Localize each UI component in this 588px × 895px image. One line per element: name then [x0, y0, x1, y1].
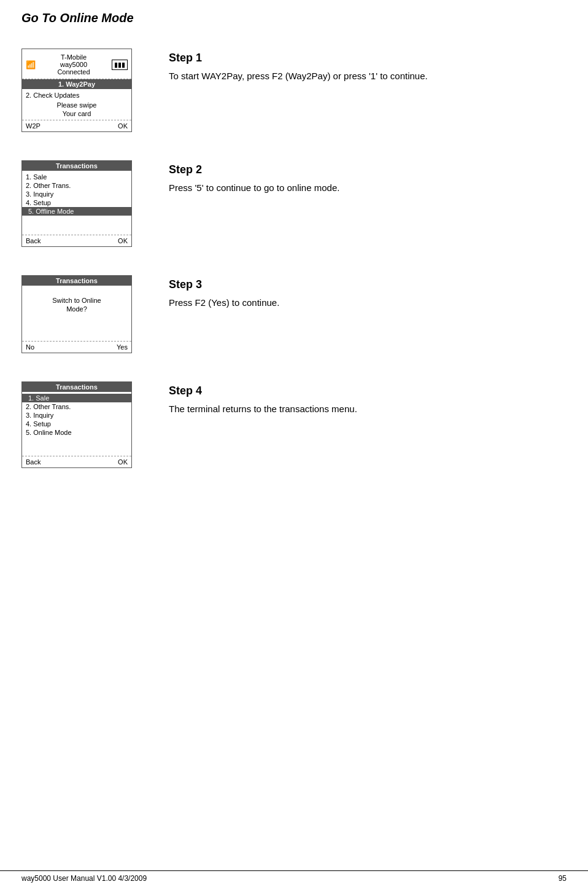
carrier-info: T-Mobile way5000 Connected	[57, 52, 90, 77]
device-title-3: Transactions	[22, 276, 131, 286]
list-item	[26, 224, 128, 233]
step-1-label: Step 1	[169, 52, 588, 64]
step-4-text: Step 4 The terminal returns to the trans…	[169, 381, 588, 416]
device-screen-3: Transactions Switch to Online Mode? No Y…	[21, 275, 132, 353]
device-footer-4: Back OK	[22, 456, 131, 467]
list-item: 2. Check Updates	[26, 91, 128, 100]
list-item: Please swipe	[26, 101, 128, 109]
footer-right: Yes	[117, 343, 128, 351]
device-body-3: Switch to Online Mode?	[22, 286, 131, 341]
footer-right: OK	[118, 458, 128, 466]
list-item: 4. Setup	[26, 420, 128, 428]
list-item-highlighted: 5. Offline Mode	[22, 207, 131, 216]
step-1-text: Step 1 To start WAY2Pay, press F2 (Way2P…	[169, 49, 588, 84]
step-3-text: Step 3 Press F2 (Yes) to continue.	[169, 275, 588, 310]
footer-left: Back	[26, 237, 41, 244]
step-1-row: 📶 T-Mobile way5000 Connected ▮▮▮ 1. Way2…	[0, 37, 588, 143]
list-item	[26, 437, 128, 445]
device-4: Transactions 1. Sale 2. Other Trans. 3. …	[21, 381, 144, 468]
device-1: 📶 T-Mobile way5000 Connected ▮▮▮ 1. Way2…	[21, 49, 144, 132]
device-body-2: 1. Sale 2. Other Trans. 3. Inquiry 4. Se…	[22, 171, 131, 235]
step-4-label: Step 4	[169, 385, 588, 397]
step-2-description: Press '5' to continue to go to online mo…	[169, 181, 588, 195]
signal-icon: 📶	[26, 60, 36, 69]
device-title-4: Transactions	[22, 382, 131, 392]
footer-left: W2P	[26, 122, 41, 130]
device-screen-4: Transactions 1. Sale 2. Other Trans. 3. …	[21, 381, 132, 468]
step-3-label: Step 3	[169, 278, 588, 291]
device-header-1: 📶 T-Mobile way5000 Connected ▮▮▮	[22, 49, 131, 79]
list-item: 2. Other Trans.	[26, 402, 128, 411]
footer-left: No	[26, 343, 34, 351]
list-item: 4. Setup	[26, 198, 128, 207]
device-title-2: Transactions	[22, 161, 131, 171]
device-title-1: 1. Way2Pay	[22, 79, 131, 89]
list-item	[26, 330, 128, 339]
page-footer: way5000 User Manual V1.00 4/3/2009 95	[0, 870, 588, 883]
list-item: 3. Inquiry	[26, 190, 128, 198]
footer-right: OK	[118, 122, 128, 130]
device-2: Transactions 1. Sale 2. Other Trans. 3. …	[21, 160, 144, 247]
carrier-line2: way5000	[57, 61, 90, 68]
carrier-line1: T-Mobile	[57, 53, 90, 61]
device-footer-3: No Yes	[22, 341, 131, 353]
step-2-row: Transactions 1. Sale 2. Other Trans. 3. …	[0, 149, 588, 258]
battery-icon: ▮▮▮	[112, 60, 128, 70]
device-screen-1: 📶 T-Mobile way5000 Connected ▮▮▮ 1. Way2…	[21, 49, 132, 132]
list-item: Your card	[26, 109, 128, 118]
footer-left: Back	[26, 458, 41, 466]
list-item-highlighted: 1. Sale	[22, 394, 131, 402]
page-title: Go To Online Mode	[0, 0, 588, 31]
step-3-row: Transactions Switch to Online Mode? No Y…	[0, 264, 588, 364]
device-footer-1: W2P OK	[22, 120, 131, 131]
list-item: 3. Inquiry	[26, 411, 128, 420]
step-2-label: Step 2	[169, 163, 588, 176]
list-item	[26, 445, 128, 454]
step-4-row: Transactions 1. Sale 2. Other Trans. 3. …	[0, 370, 588, 479]
content-area: 📶 T-Mobile way5000 Connected ▮▮▮ 1. Way2…	[0, 31, 588, 491]
list-item: 5. Online Mode	[26, 428, 128, 437]
list-item: 2. Other Trans.	[26, 181, 128, 190]
step-4-description: The terminal returns to the transactions…	[169, 402, 588, 416]
device-screen-2: Transactions 1. Sale 2. Other Trans. 3. …	[21, 160, 132, 247]
list-item	[26, 216, 128, 224]
carrier-line3: Connected	[57, 68, 90, 76]
footer-right-text: 95	[559, 874, 567, 883]
list-item: Mode?	[26, 305, 128, 313]
footer-left-text: way5000 User Manual V1.00 4/3/2009	[21, 874, 147, 883]
list-item	[26, 322, 128, 330]
list-item: Switch to Online	[26, 296, 128, 305]
step-1-description: To start WAY2Pay, press F2 (Way2Pay) or …	[169, 69, 588, 84]
step-3-description: Press F2 (Yes) to continue.	[169, 296, 588, 310]
list-item	[26, 287, 128, 296]
device-body-4: 1. Sale 2. Other Trans. 3. Inquiry 4. Se…	[22, 392, 131, 456]
list-item: 1. Sale	[26, 173, 128, 181]
device-body-1: 2. Check Updates Please swipe Your card	[22, 89, 131, 120]
device-3: Transactions Switch to Online Mode? No Y…	[21, 275, 144, 353]
step-2-text: Step 2 Press '5' to continue to go to on…	[169, 160, 588, 195]
list-item	[26, 313, 128, 322]
device-footer-2: Back OK	[22, 235, 131, 246]
footer-right: OK	[118, 237, 128, 244]
